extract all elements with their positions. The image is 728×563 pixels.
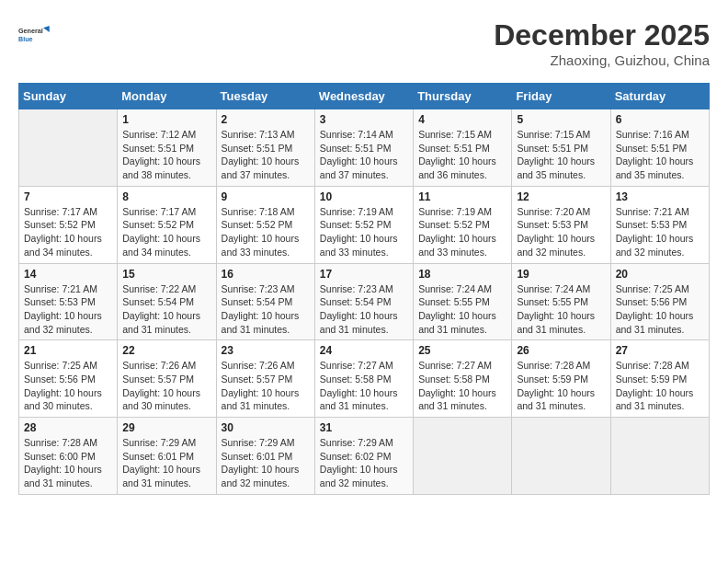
calendar-cell: [19, 109, 118, 187]
day-number: 28: [24, 421, 112, 434]
calendar-week-row: 1Sunrise: 7:12 AM Sunset: 5:51 PM Daylig…: [19, 109, 710, 187]
calendar-week-row: 7Sunrise: 7:17 AM Sunset: 5:52 PM Daylig…: [19, 186, 710, 263]
calendar-cell: 3Sunrise: 7:14 AM Sunset: 5:51 PM Daylig…: [314, 109, 413, 187]
day-info: Sunrise: 7:19 AM Sunset: 5:52 PM Dayligh…: [418, 205, 506, 259]
day-info: Sunrise: 7:28 AM Sunset: 5:59 PM Dayligh…: [616, 359, 704, 413]
calendar-cell: 1Sunrise: 7:12 AM Sunset: 5:51 PM Daylig…: [118, 109, 216, 187]
day-info: Sunrise: 7:29 AM Sunset: 6:01 PM Dayligh…: [122, 436, 210, 490]
day-info: Sunrise: 7:17 AM Sunset: 5:52 PM Dayligh…: [24, 205, 112, 259]
day-info: Sunrise: 7:27 AM Sunset: 5:58 PM Dayligh…: [418, 359, 506, 413]
calendar-cell: [414, 418, 512, 495]
calendar-cell: 30Sunrise: 7:29 AM Sunset: 6:01 PM Dayli…: [216, 418, 314, 495]
day-number: 3: [320, 113, 408, 126]
title-block: December 2025 Zhaoxing, Guizhou, China: [494, 18, 710, 68]
calendar-cell: 9Sunrise: 7:18 AM Sunset: 5:52 PM Daylig…: [216, 186, 314, 263]
day-number: 8: [122, 190, 210, 203]
day-info: Sunrise: 7:21 AM Sunset: 5:53 PM Dayligh…: [616, 205, 704, 259]
day-number: 2: [222, 113, 310, 126]
day-number: 26: [517, 344, 605, 357]
calendar-cell: 26Sunrise: 7:28 AM Sunset: 5:59 PM Dayli…: [512, 340, 610, 418]
day-info: Sunrise: 7:15 AM Sunset: 5:51 PM Dayligh…: [418, 128, 506, 182]
calendar-cell: 2Sunrise: 7:13 AM Sunset: 5:51 PM Daylig…: [216, 109, 314, 187]
day-info: Sunrise: 7:15 AM Sunset: 5:51 PM Dayligh…: [517, 128, 605, 182]
calendar-day-header: Saturday: [610, 84, 709, 109]
calendar-cell: [610, 418, 709, 495]
day-info: Sunrise: 7:28 AM Sunset: 5:59 PM Dayligh…: [517, 359, 605, 413]
day-number: 11: [418, 190, 506, 203]
day-number: 13: [616, 190, 704, 203]
day-info: Sunrise: 7:21 AM Sunset: 5:53 PM Dayligh…: [24, 282, 112, 337]
day-info: Sunrise: 7:29 AM Sunset: 6:02 PM Dayligh…: [320, 436, 408, 490]
day-number: 4: [418, 113, 506, 126]
day-info: Sunrise: 7:23 AM Sunset: 5:54 PM Dayligh…: [320, 282, 408, 337]
calendar-cell: 29Sunrise: 7:29 AM Sunset: 6:01 PM Dayli…: [118, 418, 216, 495]
day-number: 16: [222, 268, 310, 281]
calendar-week-row: 28Sunrise: 7:28 AM Sunset: 6:00 PM Dayli…: [19, 418, 710, 495]
svg-text:Blue: Blue: [18, 35, 33, 43]
day-number: 17: [320, 268, 408, 281]
calendar-cell: 6Sunrise: 7:16 AM Sunset: 5:51 PM Daylig…: [610, 109, 709, 187]
logo-icon: GeneralBlue: [18, 18, 51, 52]
day-info: Sunrise: 7:26 AM Sunset: 5:57 PM Dayligh…: [122, 359, 210, 413]
calendar-cell: 16Sunrise: 7:23 AM Sunset: 5:54 PM Dayli…: [216, 263, 314, 340]
calendar-cell: 22Sunrise: 7:26 AM Sunset: 5:57 PM Dayli…: [118, 340, 216, 418]
calendar-day-header: Monday: [118, 84, 216, 109]
day-number: 12: [517, 190, 605, 203]
calendar-cell: 27Sunrise: 7:28 AM Sunset: 5:59 PM Dayli…: [610, 340, 709, 418]
day-info: Sunrise: 7:24 AM Sunset: 5:55 PM Dayligh…: [517, 282, 605, 337]
calendar-cell: 28Sunrise: 7:28 AM Sunset: 6:00 PM Dayli…: [19, 418, 118, 495]
day-number: 31: [320, 421, 408, 434]
month-title: December 2025: [494, 18, 710, 52]
day-number: 22: [122, 344, 210, 357]
calendar-cell: 4Sunrise: 7:15 AM Sunset: 5:51 PM Daylig…: [414, 109, 512, 187]
day-info: Sunrise: 7:24 AM Sunset: 5:55 PM Dayligh…: [418, 282, 506, 337]
calendar-week-row: 14Sunrise: 7:21 AM Sunset: 5:53 PM Dayli…: [19, 263, 710, 340]
day-number: 19: [517, 268, 605, 281]
day-number: 15: [122, 268, 210, 281]
calendar-day-header: Thursday: [414, 84, 512, 109]
day-info: Sunrise: 7:27 AM Sunset: 5:58 PM Dayligh…: [320, 359, 408, 413]
calendar-cell: 14Sunrise: 7:21 AM Sunset: 5:53 PM Dayli…: [19, 263, 118, 340]
day-number: 6: [616, 113, 704, 126]
calendar-cell: 25Sunrise: 7:27 AM Sunset: 5:58 PM Dayli…: [414, 340, 512, 418]
calendar-day-header: Wednesday: [314, 84, 413, 109]
day-info: Sunrise: 7:16 AM Sunset: 5:51 PM Dayligh…: [616, 128, 704, 182]
calendar-cell: 7Sunrise: 7:17 AM Sunset: 5:52 PM Daylig…: [19, 186, 118, 263]
day-number: 1: [122, 113, 210, 126]
day-number: 9: [222, 190, 310, 203]
location: Zhaoxing, Guizhou, China: [494, 52, 710, 68]
calendar-day-header: Friday: [512, 84, 610, 109]
day-info: Sunrise: 7:28 AM Sunset: 6:00 PM Dayligh…: [24, 436, 112, 490]
day-number: 30: [222, 421, 310, 434]
logo: GeneralBlue: [18, 18, 51, 52]
day-number: 25: [418, 344, 506, 357]
day-info: Sunrise: 7:19 AM Sunset: 5:52 PM Dayligh…: [320, 205, 408, 259]
calendar-cell: 24Sunrise: 7:27 AM Sunset: 5:58 PM Dayli…: [314, 340, 413, 418]
calendar-cell: 13Sunrise: 7:21 AM Sunset: 5:53 PM Dayli…: [610, 186, 709, 263]
day-info: Sunrise: 7:29 AM Sunset: 6:01 PM Dayligh…: [222, 436, 310, 490]
calendar-cell: 5Sunrise: 7:15 AM Sunset: 5:51 PM Daylig…: [512, 109, 610, 187]
day-number: 7: [24, 190, 112, 203]
calendar-table: SundayMondayTuesdayWednesdayThursdayFrid…: [18, 83, 710, 495]
calendar-cell: 18Sunrise: 7:24 AM Sunset: 5:55 PM Dayli…: [414, 263, 512, 340]
calendar-cell: 8Sunrise: 7:17 AM Sunset: 5:52 PM Daylig…: [118, 186, 216, 263]
day-info: Sunrise: 7:18 AM Sunset: 5:52 PM Dayligh…: [222, 205, 310, 259]
day-number: 5: [517, 113, 605, 126]
day-number: 27: [616, 344, 704, 357]
calendar-day-header: Tuesday: [216, 84, 314, 109]
day-number: 10: [320, 190, 408, 203]
day-number: 20: [616, 268, 704, 281]
calendar-header-row: SundayMondayTuesdayWednesdayThursdayFrid…: [19, 84, 710, 109]
calendar-cell: 20Sunrise: 7:25 AM Sunset: 5:56 PM Dayli…: [610, 263, 709, 340]
day-info: Sunrise: 7:13 AM Sunset: 5:51 PM Dayligh…: [222, 128, 310, 182]
day-info: Sunrise: 7:26 AM Sunset: 5:57 PM Dayligh…: [222, 359, 310, 413]
calendar-cell: 23Sunrise: 7:26 AM Sunset: 5:57 PM Dayli…: [216, 340, 314, 418]
day-info: Sunrise: 7:25 AM Sunset: 5:56 PM Dayligh…: [616, 282, 704, 337]
day-info: Sunrise: 7:22 AM Sunset: 5:54 PM Dayligh…: [122, 282, 210, 337]
calendar-cell: 15Sunrise: 7:22 AM Sunset: 5:54 PM Dayli…: [118, 263, 216, 340]
day-info: Sunrise: 7:23 AM Sunset: 5:54 PM Dayligh…: [222, 282, 310, 337]
day-info: Sunrise: 7:20 AM Sunset: 5:53 PM Dayligh…: [517, 205, 605, 259]
calendar-cell: 19Sunrise: 7:24 AM Sunset: 5:55 PM Dayli…: [512, 263, 610, 340]
day-number: 21: [24, 344, 112, 357]
day-number: 18: [418, 268, 506, 281]
